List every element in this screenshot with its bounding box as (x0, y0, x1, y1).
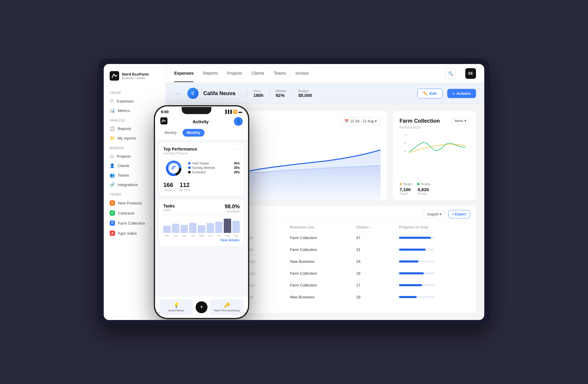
top-nav: Expenses Reports Projects Clients Teams … (166, 64, 484, 83)
client-name: Califa Neuva (203, 90, 235, 97)
calendar-icon: 📅 (344, 119, 349, 123)
stat-budget-label: Budget (298, 89, 312, 93)
edit-pencil-icon: ✏️ (423, 91, 428, 96)
items-chevron-icon: ▾ (464, 119, 466, 123)
farm-sub: Performance (400, 125, 469, 129)
sidebar-label-clients: Clients (118, 164, 130, 168)
farm-stat-reality: 6,820 Reality (418, 187, 429, 195)
phone-tab-monthly[interactable]: Monthly (183, 129, 204, 137)
view-details-arrow-icon: › (239, 238, 240, 242)
phone-plus-button[interactable]: + (196, 301, 207, 313)
phone-tabs: Weekly Monthly (155, 129, 248, 140)
nav-item-teams[interactable]: Teams (274, 65, 286, 82)
brand-name: Nord EcoFarm (122, 72, 149, 76)
progress-fill (399, 296, 417, 298)
stat-budget-value: $5,000 (298, 93, 312, 98)
td-orders: 19 (351, 268, 394, 279)
tasks-title: Tasks (163, 204, 175, 208)
farm-stat-target-label: Target (400, 192, 411, 195)
phone-body: 9:00 ▐▐▐ 🛜 ▬ (154, 105, 249, 319)
farm-stat-target: 7,100 Target (400, 187, 411, 195)
subheader: ← C Califa Neuva Time 180h Billable 92% … (166, 83, 484, 104)
mini-bar-item (232, 221, 240, 233)
chevron-down-icon: ▾ (375, 119, 377, 123)
mini-bar-label-item: Mar (180, 234, 188, 237)
td-progress (394, 279, 476, 291)
progress-fill (399, 272, 424, 274)
mini-bar-label-item: Jul (215, 234, 223, 237)
new-products-dot: N (110, 200, 115, 206)
phone-status-icons: ▐▐▐ 🛜 ▬ (224, 110, 242, 114)
progress-bar (399, 260, 434, 263)
mini-bar-label-item: Abr (189, 234, 196, 237)
td-progress (394, 256, 476, 268)
phone-bottom-seed-planner[interactable]: 💡 Seed Planner (159, 299, 193, 315)
progress-fill (399, 237, 431, 239)
back-button[interactable]: ← (174, 89, 183, 97)
nav-item-reports[interactable]: Reports (203, 65, 218, 82)
month-filter-button[interactable]: August ▾ (423, 210, 445, 218)
progress-bar (399, 296, 434, 298)
td-orders: 47 (351, 232, 394, 244)
export-button[interactable]: + Export (448, 210, 470, 218)
phone-user-icon[interactable]: 👤 (234, 117, 243, 126)
nav-item-expenses[interactable]: Expenses (174, 65, 194, 82)
stat-time-label: Time (253, 89, 263, 93)
edit-button[interactable]: ✏️ Edit (417, 89, 442, 98)
month-chevron-icon: ▾ (440, 212, 441, 216)
nav-item-clients[interactable]: Clients (252, 65, 264, 82)
seed-planner-label: Seed Planner (168, 309, 184, 312)
user-avatar[interactable]: EE (465, 68, 476, 79)
svg-rect-0 (110, 71, 119, 81)
phone-stat-hours: 166 Hours (163, 182, 173, 192)
sidebar-label-contracts: Contracts (118, 211, 135, 215)
expenses-icon: ⏱ (110, 99, 114, 103)
td-business-line: Farm Collection (285, 279, 351, 291)
th-progress: Progress vs Goal (394, 223, 476, 232)
phone-legend-row-scorecard: Scorecard 20% (188, 171, 240, 174)
sidebar-label-myreports: My reports (118, 136, 136, 140)
tasks-year: 2024 (163, 208, 175, 212)
actions-button[interactable]: + Actions (447, 89, 476, 98)
progress-bar (399, 237, 434, 239)
mini-bar-label-item: Sep (232, 234, 240, 237)
nav-item-invoice[interactable]: Invoice (295, 65, 309, 82)
td-business-line: New Business (285, 291, 351, 303)
stat-billable: Billable 92% (269, 89, 292, 98)
wifi-icon: 🛜 (233, 110, 237, 114)
date-picker-button[interactable]: 📅 12 Jul - 12 Aug ▾ (341, 117, 381, 125)
th-orders[interactable]: Orders ▾ (351, 223, 394, 232)
myreports-icon: 📁 (110, 136, 115, 140)
view-details-row[interactable]: View details › (163, 238, 240, 242)
mini-bar-item (163, 226, 171, 233)
items-button[interactable]: Items ▾ (451, 117, 469, 125)
actions-plus-icon: + (453, 91, 455, 96)
phone-bottom-monitoring[interactable]: 🔑 Real-Time Monitoring (210, 299, 244, 315)
td-business-line: Farm Collection (285, 244, 351, 256)
phone-legend-items: Yield Tracker 45% Farming Methods 35% Sc… (188, 162, 240, 175)
svg-text:4K: 4K (404, 150, 406, 153)
logo-area: Nord EcoFarm Business Canvas (104, 71, 166, 88)
sidebar-label-farm-collection: Farm Collection (118, 221, 145, 225)
phone-stat-onflow-val: 112 (179, 182, 190, 188)
mini-bars (163, 218, 240, 233)
metrics-icon: 📊 (110, 108, 115, 113)
td-business-line: Farm Collection (285, 268, 351, 279)
phone-stat-onflow: 112 On Flow (179, 182, 190, 192)
search-button[interactable]: 🔍 (445, 68, 456, 79)
farm-legend: Target Reality (400, 182, 469, 186)
nav-item-projects[interactable]: Projects (227, 65, 242, 82)
actions-label: Actions (456, 91, 471, 96)
phone-tab-weekly[interactable]: Weekly (160, 129, 181, 137)
sidebar-label-new-products: New Products (118, 201, 142, 205)
subheader-stats: Time 180h Billable 92% Budget $5,000 (247, 89, 318, 98)
brand-logo-icon (110, 71, 119, 81)
mini-bar-label-item: Aug (224, 234, 231, 237)
sidebar-item-expenses[interactable]: ⏱ Expenses (104, 96, 166, 106)
top-perf-more-icon[interactable]: ··· (236, 147, 240, 152)
phone-legend-row-yield: Yield Tracker 45% (188, 162, 240, 165)
td-progress (394, 232, 476, 244)
phone-top-perf-card: Top Performance Farming Process ··· (159, 143, 244, 196)
th-business-line: Business Line (285, 223, 351, 232)
phone-screen: 9:00 ▐▐▐ 🛜 ▬ (155, 106, 248, 318)
